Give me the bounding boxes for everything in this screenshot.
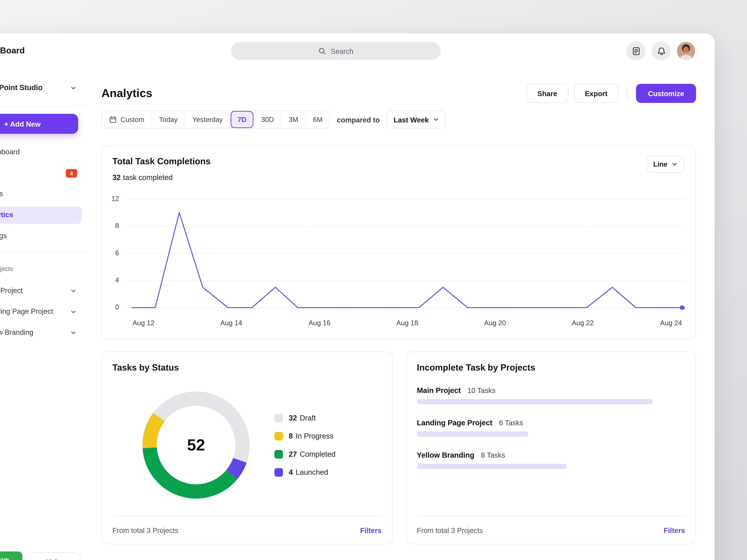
sidebar-item-label: Analytics — [0, 211, 13, 218]
chevron-down-icon — [71, 309, 76, 315]
legend-value: 27 — [289, 450, 297, 459]
share-button[interactable]: Share — [526, 84, 568, 103]
report-icon — [632, 46, 641, 55]
sidebar-item-dashboard[interactable]: Dashboard — [0, 142, 88, 163]
actions-divider — [627, 87, 627, 100]
legend-label: In Progress — [296, 432, 334, 441]
help-button[interactable]: Help — [26, 552, 80, 560]
status-card-title: Tasks by Status — [112, 363, 179, 373]
segment-custom[interactable]: Custom — [102, 111, 151, 128]
page-title: Analytics — [101, 87, 152, 100]
sidebar-nav: Dashboard Inbox 4 Tasks Analytics Settin… — [0, 142, 88, 246]
customize-button[interactable]: Customize — [636, 84, 696, 103]
sidebar: Point Studio + Add New Dashboard Inbox 4… — [0, 69, 88, 560]
chart-type-select[interactable]: Line — [647, 156, 684, 173]
x-axis-label: Aug 20 — [484, 319, 506, 327]
completions-card: Total Task Completions 32 task completed… — [101, 145, 696, 340]
search-placeholder: Search — [331, 47, 354, 55]
page-header: Analytics Share Export Customize — [101, 84, 696, 102]
header-actions: Share Export Customize — [526, 84, 696, 103]
avatar[interactable] — [677, 42, 695, 60]
status-donut: 52 — [143, 391, 250, 499]
sidebar-item-label: Dashboard — [0, 148, 20, 156]
legend-item-completed: 27Completed — [274, 445, 336, 463]
completions-end-dot — [679, 305, 685, 310]
filter-row: Custom Today Yesterday 7D 30D 3M 6M comp… — [101, 111, 696, 128]
completions-line — [127, 199, 686, 308]
segment-today[interactable]: Today — [151, 111, 185, 128]
progress-bar — [417, 399, 653, 404]
sidebar-item-inbox[interactable]: Inbox 4 — [0, 163, 88, 184]
y-axis-label: 12 — [103, 195, 119, 203]
sidebar-item-tasks[interactable]: Tasks — [0, 184, 88, 205]
sidebar-item-label: Main Project — [0, 286, 23, 294]
filters-link[interactable]: Filters — [360, 526, 382, 534]
sidebar-projects: Main Project Landing Page Project Yellow… — [0, 281, 88, 343]
completions-card-title: Total Task Completions — [112, 156, 210, 167]
top-bar: Board Search — [0, 33, 715, 70]
segment-3m[interactable]: 3M — [281, 111, 306, 128]
segment-6m[interactable]: 6M — [305, 111, 330, 128]
x-axis-label: Aug 24 — [660, 319, 682, 327]
period-select-value: Last Week — [393, 115, 429, 124]
chevron-down-icon — [71, 330, 76, 336]
project-task-count: 10 Tasks — [467, 386, 495, 394]
workspace-selector[interactable]: Point Studio — [0, 78, 88, 99]
incomplete-card-footer: From total 3 Projects Filters — [417, 516, 685, 544]
legend-value: 32 — [289, 414, 297, 422]
y-axis-label: 0 — [103, 303, 119, 311]
segment-yesterday[interactable]: Yesterday — [185, 111, 230, 128]
sidebar-item-yellow-branding[interactable]: Yellow Branding — [0, 322, 88, 343]
footer-text: From total 3 Projects — [417, 526, 483, 534]
x-axis-label: Aug 22 — [572, 319, 594, 327]
projects-section-label: Projects — [0, 265, 13, 272]
legend-swatch — [274, 450, 283, 459]
incomplete-rows: Main Project 10 Tasks Landing Page Proje… — [417, 386, 685, 483]
search-input[interactable]: Search — [231, 42, 441, 60]
project-task-count: 6 Tasks — [499, 419, 523, 427]
calendar-icon — [109, 116, 117, 123]
sidebar-item-analytics[interactable]: Analytics — [0, 205, 88, 226]
legend-swatch — [274, 414, 283, 422]
project-name: Landing Page Project — [417, 419, 492, 427]
segment-7d[interactable]: 7D — [230, 111, 254, 128]
legend-item-in-progress: 8In Progress — [274, 427, 336, 445]
y-axis-label: 6 — [103, 249, 119, 257]
date-range-control: Custom Today Yesterday 7D 30D 3M 6M — [101, 110, 330, 129]
legend-item-launched: 4Launched — [274, 463, 336, 481]
workspace-name: Point Studio — [0, 83, 43, 92]
legend-item-draft: 32Draft — [274, 409, 336, 427]
project-name: Yellow Branding — [417, 451, 474, 459]
desktop-background: Board Search — [0, 0, 747, 560]
reports-button[interactable] — [626, 42, 646, 60]
export-button[interactable]: Export — [574, 84, 618, 103]
filters-link[interactable]: Filters — [664, 526, 685, 534]
sidebar-item-landing-page-project[interactable]: Landing Page Project — [0, 301, 88, 322]
legend-label: Draft — [300, 414, 316, 422]
legend-value: 8 — [289, 432, 293, 441]
add-new-button[interactable]: + Add New — [0, 114, 78, 134]
chevron-down-icon — [71, 288, 76, 294]
sidebar-item-main-project[interactable]: Main Project — [0, 281, 88, 301]
segment-30d[interactable]: 30D — [254, 111, 281, 128]
team-badge[interactable]: am — [0, 552, 22, 560]
sidebar-item-label: Landing Page Project — [0, 307, 53, 315]
chevron-down-icon — [672, 161, 677, 167]
avatar-photo-icon — [677, 42, 695, 60]
y-axis-label: 8 — [103, 222, 119, 230]
main-content: Analytics Share Export Customize — [88, 69, 715, 560]
notifications-button[interactable] — [652, 42, 671, 60]
incomplete-card-title: Incomplete Task by Projects — [417, 363, 535, 373]
sidebar-item-settings[interactable]: Settings — [0, 226, 88, 247]
completions-count-suffix: task completed — [123, 173, 173, 182]
line-chart-plot — [127, 199, 686, 308]
period-select[interactable]: Last Week — [386, 110, 446, 129]
status-card-footer: From total 3 Projects Filters — [112, 516, 382, 544]
footer-text: From total 3 Projects — [112, 526, 178, 534]
search-icon — [318, 47, 327, 55]
status-card: Tasks by Status 52 32Draft 8In Progress — [101, 351, 392, 544]
app-window: Board Search — [0, 33, 715, 560]
x-axis-label: Aug 12 — [133, 319, 155, 327]
legend-value: 4 — [289, 468, 293, 477]
notification-badge: 4 — [66, 169, 77, 178]
